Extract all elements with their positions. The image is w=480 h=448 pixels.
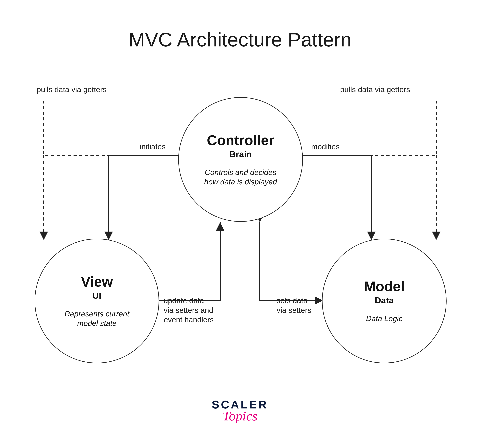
model-node: Model Data Data Logic bbox=[322, 239, 446, 363]
controller-node: Controller Brain Controls and decides ho… bbox=[178, 97, 303, 222]
edge-label-model-pulls: pulls data via getters bbox=[340, 85, 410, 94]
model-name: Model bbox=[364, 278, 405, 294]
brand-line2: Topics bbox=[0, 408, 480, 424]
view-node: View UI Represents current model state bbox=[35, 239, 159, 363]
controller-desc: Controls and decides how data is display… bbox=[204, 168, 277, 187]
controller-role: Brain bbox=[229, 149, 252, 159]
view-desc: Represents current model state bbox=[64, 309, 129, 328]
edge-label-initiates: initiates bbox=[140, 142, 166, 151]
model-role: Data bbox=[375, 295, 394, 305]
model-desc: Data Logic bbox=[366, 314, 402, 323]
diagram-canvas: MVC Architecture Pattern Controller Brai… bbox=[0, 0, 480, 448]
edge-label-update: update data via setters and event handle… bbox=[164, 296, 239, 324]
edge-label-sets: sets data via setters bbox=[277, 296, 322, 315]
view-name: View bbox=[81, 274, 113, 289]
diagram-title: MVC Architecture Pattern bbox=[0, 28, 480, 51]
connector-lines bbox=[0, 0, 480, 448]
edge-label-view-pulls: pulls data via getters bbox=[37, 85, 106, 94]
brand-logo: SCALER Topics bbox=[0, 398, 480, 424]
view-role: UI bbox=[92, 291, 101, 301]
controller-name: Controller bbox=[207, 132, 274, 148]
edge-label-modifies: modifies bbox=[311, 142, 339, 151]
